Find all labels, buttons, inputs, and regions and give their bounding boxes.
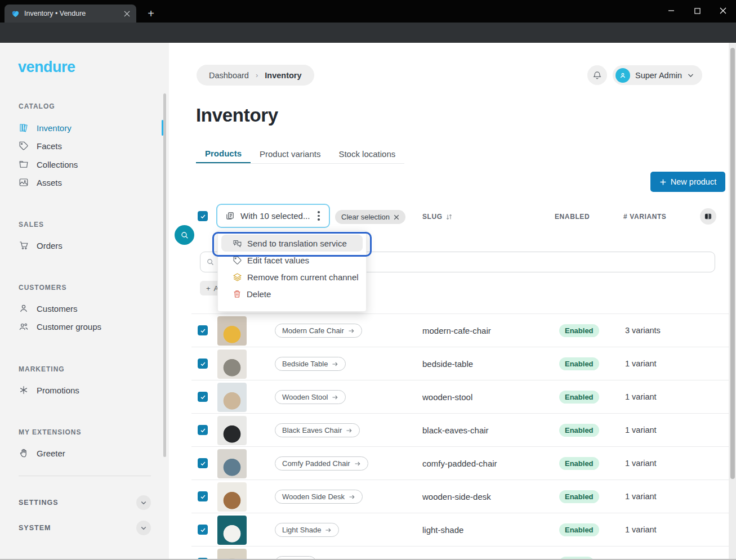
chevron-down-icon[interactable] <box>136 521 151 535</box>
menu-item-edit-facet-values[interactable]: Edit facet values <box>221 252 363 268</box>
menu-item-delete[interactable]: Delete <box>221 285 363 302</box>
sidebar-item-customer-groups[interactable]: Customer groups <box>14 318 155 335</box>
product-name-chip[interactable]: Light Shade <box>275 523 339 537</box>
browser-tab[interactable]: Inventory • Vendure <box>5 5 136 23</box>
row-checkbox[interactable] <box>198 491 208 501</box>
new-product-button[interactable]: New product <box>650 172 725 192</box>
variant-count: 3 variants <box>625 326 661 335</box>
main-content: Dashboard › Inventory Super Admin Invent… <box>169 43 729 560</box>
bulk-actions-menu: Send to translation service Edit facet v… <box>217 230 367 312</box>
breadcrumb[interactable]: Dashboard › Inventory <box>197 65 314 86</box>
tab-product-variants[interactable]: Product variants <box>251 144 329 163</box>
copy-pages-icon <box>225 211 235 221</box>
arrow-right-icon <box>325 527 332 534</box>
product-name-chip[interactable]: Wooden Stool <box>275 390 346 404</box>
plus-icon <box>659 178 667 186</box>
sidebar-scrollbar[interactable] <box>163 93 166 457</box>
sidebar-item-promotions[interactable]: Promotions <box>14 382 155 398</box>
product-thumbnail[interactable] <box>217 316 247 346</box>
sidebar-item-inventory[interactable]: Inventory <box>14 119 155 136</box>
product-name-chip[interactable]: Bedside Table <box>275 357 346 371</box>
column-header-enabled[interactable]: ENABLED <box>555 213 590 221</box>
column-header-variants[interactable]: # VARIANTS <box>623 213 666 221</box>
page-scrollbar-thumb[interactable] <box>730 48 735 479</box>
table-row: Wooden Stool wooden-stool Enabled 1 vari… <box>191 380 729 413</box>
column-settings-button[interactable] <box>700 208 716 225</box>
sidebar-divider <box>19 476 151 476</box>
product-name-chip[interactable]: Modern Cafe Chair <box>275 324 362 338</box>
page-title: Inventory <box>196 105 278 126</box>
product-slug: black-eaves-chair <box>422 425 489 435</box>
page-scrollbar[interactable] <box>729 43 736 560</box>
product-thumbnail[interactable] <box>217 350 247 379</box>
columns-icon <box>704 212 712 221</box>
row-checkbox[interactable] <box>198 325 208 335</box>
variant-count: 1 variant <box>625 392 657 401</box>
menu-item-remove-from-channel[interactable]: Remove from current channel <box>221 268 363 285</box>
tab-stock-locations[interactable]: Stock locations <box>329 144 404 163</box>
product-slug: comfy-padded-chair <box>422 459 497 468</box>
window-close-button[interactable] <box>710 0 736 21</box>
product-name-chip[interactable]: Comfy Padded Chair <box>275 456 368 471</box>
translation-icon <box>233 239 242 248</box>
sidebar-group-system[interactable]: SYSTEM <box>19 519 151 536</box>
product-thumbnail[interactable] <box>217 516 247 545</box>
with-selected-button[interactable]: With 10 selected... <box>216 204 330 228</box>
nav-section-catalog: CATALOG <box>19 102 55 110</box>
breadcrumb-dashboard[interactable]: Dashboard <box>209 71 249 80</box>
status-badge: Enabled <box>559 457 599 470</box>
product-thumbnail[interactable] <box>217 416 247 445</box>
sidebar-item-assets[interactable]: Assets <box>14 174 155 191</box>
tab-close-icon[interactable] <box>122 8 132 19</box>
sort-icon[interactable] <box>445 213 453 221</box>
search-fab-button[interactable] <box>175 225 194 245</box>
tab-bar: Products Product variants Stock location… <box>196 144 404 164</box>
product-slug: modern-cafe-chair <box>422 326 491 335</box>
table-row <box>191 546 729 560</box>
window-maximize-button[interactable] <box>684 0 710 21</box>
arrow-right-icon <box>332 361 338 368</box>
product-slug: wooden-stool <box>422 392 472 402</box>
product-thumbnail[interactable] <box>217 449 247 478</box>
select-all-checkbox[interactable] <box>198 211 208 221</box>
row-checkbox[interactable] <box>198 525 208 535</box>
sidebar-item-facets[interactable]: Facets <box>14 137 155 154</box>
layers-icon <box>233 272 242 282</box>
clear-selection-button[interactable]: Clear selection <box>335 210 405 224</box>
sidebar-group-settings[interactable]: SETTINGS <box>19 494 151 511</box>
chevron-down-icon[interactable] <box>136 495 151 510</box>
sidebar-item-greeter[interactable]: Greeter <box>14 445 155 462</box>
nav-section-marketing: MARKETING <box>19 365 65 373</box>
new-tab-button[interactable]: + <box>144 7 158 20</box>
window-minimize-button[interactable] <box>658 0 684 21</box>
tag-icon <box>233 256 242 265</box>
tab-products[interactable]: Products <box>196 144 251 163</box>
sidebar: vendure CATALOG Inventory Facets Collect… <box>0 43 169 560</box>
product-thumbnail[interactable] <box>217 383 247 412</box>
row-checkbox[interactable] <box>198 425 208 435</box>
product-thumbnail[interactable] <box>217 482 247 512</box>
user-menu[interactable]: Super Admin <box>613 65 702 85</box>
arrow-right-icon <box>346 427 353 434</box>
close-icon <box>394 214 399 220</box>
sidebar-item-orders[interactable]: Orders <box>14 237 155 254</box>
notifications-button[interactable] <box>587 65 607 85</box>
kebab-menu-icon[interactable] <box>315 211 322 220</box>
menu-item-send-to-translation[interactable]: Send to translation service <box>221 235 363 252</box>
browser-titlebar: Inventory • Vendure + <box>0 0 736 23</box>
arrow-right-icon <box>348 328 355 334</box>
breadcrumb-current: Inventory <box>265 71 301 80</box>
sidebar-item-collections[interactable]: Collections <box>14 156 155 173</box>
product-name-chip[interactable]: Wooden Side Desk <box>275 490 363 504</box>
variant-count: 1 variant <box>625 459 657 468</box>
row-checkbox[interactable] <box>198 458 208 468</box>
product-thumbnail[interactable] <box>217 549 247 560</box>
row-checkbox[interactable] <box>198 392 208 402</box>
product-name-chip[interactable]: Black Eaves Chair <box>275 423 360 437</box>
sidebar-item-customers[interactable]: Customers <box>14 300 155 317</box>
table-row: Modern Cafe Chair modern-cafe-chair Enab… <box>191 313 729 347</box>
column-header-slug[interactable]: SLUG <box>422 213 453 221</box>
product-slug: bedside-table <box>422 359 473 369</box>
status-badge: Enabled <box>559 391 599 404</box>
row-checkbox[interactable] <box>198 359 208 369</box>
